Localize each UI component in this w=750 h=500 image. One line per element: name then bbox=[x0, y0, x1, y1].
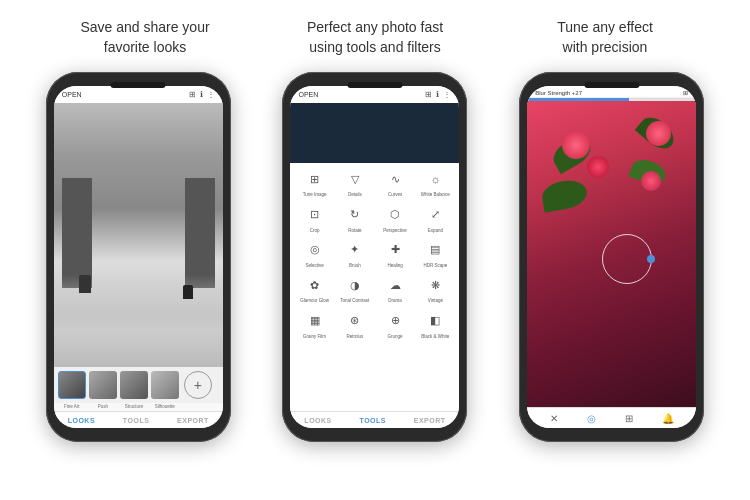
drama-label: Drama bbox=[388, 298, 402, 303]
phone-3-screen: Blur Strength +27 ⊞ bbox=[527, 86, 696, 428]
header-3-text: Tune any effect bbox=[557, 19, 653, 35]
close-icon[interactable]: ✕ bbox=[550, 413, 558, 424]
look-add-button[interactable]: + bbox=[184, 371, 212, 399]
grunge-label: Grunge bbox=[388, 334, 403, 339]
open-label-1: OPEN bbox=[62, 91, 82, 98]
info-icon-1: ℹ bbox=[200, 90, 203, 99]
header-item-1: Save and share your favorite looks bbox=[35, 18, 255, 57]
tab-looks-2[interactable]: LOOKS bbox=[304, 417, 331, 424]
look-thumb-1[interactable] bbox=[58, 371, 86, 399]
tool-tonal[interactable]: Tonal Contrast bbox=[336, 274, 374, 303]
figure-left bbox=[79, 275, 91, 293]
tool-hdrscape[interactable]: HDR Scape bbox=[416, 239, 454, 268]
tab-tools-1[interactable]: TOOLS bbox=[123, 417, 149, 424]
flower-photo bbox=[527, 101, 696, 407]
grid-icon-1: ⊞ bbox=[189, 90, 196, 99]
flower-leaves bbox=[537, 111, 686, 407]
look-thumb-4[interactable] bbox=[151, 371, 179, 399]
looks-strip: + bbox=[54, 367, 223, 403]
flower-2 bbox=[587, 156, 609, 178]
header-3-text2: with precision bbox=[563, 39, 648, 55]
tool-white-balance[interactable]: White Balance bbox=[416, 168, 454, 197]
slider-icon[interactable]: ⊞ bbox=[683, 89, 688, 96]
phone-1-looks: OPEN ⊞ ℹ ⋮ bbox=[46, 72, 231, 442]
circle-dot[interactable] bbox=[647, 255, 655, 263]
look-label-3: Structure bbox=[120, 404, 148, 409]
tools-row-4: Glamour Glow Tonal Contrast Drama Vintag… bbox=[294, 274, 455, 303]
tab-tools-2[interactable]: TOOLS bbox=[360, 417, 386, 424]
building-left bbox=[62, 178, 92, 288]
blur-strength-label: Blur Strength +27 bbox=[535, 90, 582, 96]
circle-adjust-icon[interactable]: ◎ bbox=[587, 413, 596, 424]
hdrscape-icon bbox=[424, 239, 446, 261]
tab-looks-1[interactable]: LOOKS bbox=[68, 417, 95, 424]
phone-2-tools: OPEN ⊞ ℹ ⋮ Tune Image Details bbox=[282, 72, 467, 442]
rotate-icon bbox=[344, 204, 366, 226]
tune-image-icon bbox=[304, 168, 326, 190]
tool-bw[interactable]: Black & White bbox=[416, 310, 454, 339]
drama-icon bbox=[384, 274, 406, 296]
tool-drama[interactable]: Drama bbox=[376, 274, 414, 303]
header-2-text: Perfect any photo fast bbox=[307, 19, 443, 35]
look-thumb-3[interactable] bbox=[120, 371, 148, 399]
look-label-1: Fine Art bbox=[58, 404, 86, 409]
healing-icon bbox=[384, 239, 406, 261]
expand-icon bbox=[424, 204, 446, 226]
tool-vintage[interactable]: Vintage bbox=[416, 274, 454, 303]
circle-tool[interactable] bbox=[602, 234, 652, 284]
top-icons-1: ⊞ ℹ ⋮ bbox=[189, 90, 215, 99]
tools-row-1: Tune Image Details Curves White Balance bbox=[294, 168, 455, 197]
look-thumb-2[interactable] bbox=[89, 371, 117, 399]
tab-export-1[interactable]: EXPORT bbox=[177, 417, 209, 424]
bw-icon bbox=[424, 310, 446, 332]
vintage-label: Vintage bbox=[428, 298, 443, 303]
grid-adjust-icon[interactable]: ⊞ bbox=[625, 413, 633, 424]
tonal-label: Tonal Contrast bbox=[340, 298, 369, 303]
white-balance-icon bbox=[424, 168, 446, 190]
tool-retrolux[interactable]: Retrolux bbox=[336, 310, 374, 339]
info-icon-2: ℹ bbox=[436, 90, 439, 99]
open-label-2: OPEN bbox=[298, 91, 318, 98]
details-icon bbox=[344, 168, 366, 190]
header-2-text2: using tools and filters bbox=[309, 39, 441, 55]
tool-tune-image[interactable]: Tune Image bbox=[296, 168, 334, 197]
look-labels: Fine Art Push Structure Silhouette bbox=[54, 403, 223, 411]
tune-image-label: Tune Image bbox=[303, 192, 327, 197]
healing-label: Healing bbox=[387, 263, 402, 268]
perspective-icon bbox=[384, 204, 406, 226]
curves-label: Curves bbox=[388, 192, 402, 197]
selective-label: Selective bbox=[305, 263, 323, 268]
phone-1-bottom-nav: LOOKS TOOLS EXPORT bbox=[54, 411, 223, 428]
tab-export-2[interactable]: EXPORT bbox=[414, 417, 446, 424]
tool-selective[interactable]: Selective bbox=[296, 239, 334, 268]
tools-row-3: Selective Brush Healing HDR Scape bbox=[294, 239, 455, 268]
tool-perspective[interactable]: Perspective bbox=[376, 204, 414, 233]
phones-row: OPEN ⊞ ℹ ⋮ bbox=[0, 67, 750, 500]
phone-3-tune: Blur Strength +27 ⊞ bbox=[519, 72, 704, 442]
tool-grunge[interactable]: Grunge bbox=[376, 310, 414, 339]
tool-curves[interactable]: Curves bbox=[376, 168, 414, 197]
tool-healing[interactable]: Healing bbox=[376, 239, 414, 268]
tool-brush[interactable]: Brush bbox=[336, 239, 374, 268]
header-item-2: Perfect any photo fast using tools and f… bbox=[265, 18, 485, 57]
tool-crop[interactable]: Crop bbox=[296, 204, 334, 233]
selective-icon bbox=[304, 239, 326, 261]
tool-rotate[interactable]: Rotate bbox=[336, 204, 374, 233]
leaf-3 bbox=[540, 177, 589, 212]
header-row: Save and share your favorite looks Perfe… bbox=[0, 0, 750, 67]
phone-2-topbar: OPEN ⊞ ℹ ⋮ bbox=[290, 86, 459, 103]
phone-3-bottom-bar: ✕ ◎ ⊞ 🔔 bbox=[527, 407, 696, 428]
tool-grainfilm[interactable]: Grainy Film bbox=[296, 310, 334, 339]
bell-icon[interactable]: 🔔 bbox=[662, 413, 674, 424]
tool-expand[interactable]: Expand bbox=[416, 204, 454, 233]
brush-label: Brush bbox=[349, 263, 361, 268]
grainfilm-label: Grainy Film bbox=[303, 334, 326, 339]
crop-icon bbox=[304, 204, 326, 226]
vintage-icon bbox=[424, 274, 446, 296]
retrolux-icon bbox=[344, 310, 366, 332]
tool-details[interactable]: Details bbox=[336, 168, 374, 197]
expand-label: Expand bbox=[428, 228, 443, 233]
tool-glamour[interactable]: Glamour Glow bbox=[296, 274, 334, 303]
city-photo bbox=[54, 103, 223, 367]
tools-row-5: Grainy Film Retrolux Grunge Black & Whit… bbox=[294, 310, 455, 339]
